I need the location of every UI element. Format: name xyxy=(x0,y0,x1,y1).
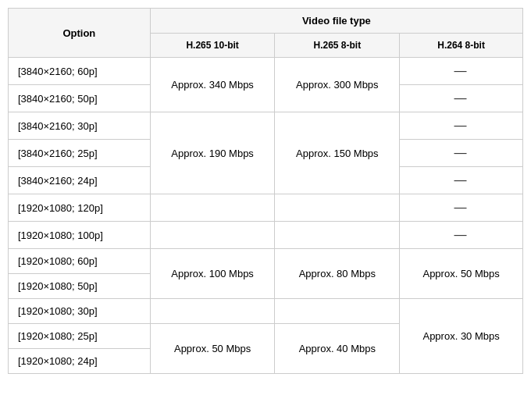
not-available-dash: — xyxy=(454,91,469,105)
not-available-dash: — xyxy=(454,64,469,77)
col-h264-8-cell: — xyxy=(400,85,523,112)
col-h265-10-cell: Approx. 50 Mbps xyxy=(150,324,275,374)
col-h265-10-cell: Approx. 100 Mbps xyxy=(150,249,275,299)
option-cell: [1920×1080; 24p] xyxy=(9,349,151,374)
not-available-dash: — xyxy=(454,146,469,159)
option-cell: [3840×2160; 30p] xyxy=(9,112,151,140)
option-cell: [1920×1080; 30p] xyxy=(9,299,151,324)
option-cell: [3840×2160; 60p] xyxy=(9,58,151,85)
col-h265-8-cell: Approx. 80 Mbps xyxy=(275,249,400,299)
not-available-dash: — xyxy=(454,201,469,214)
col-h265-8-cell: Approx. 300 Mbps xyxy=(275,58,400,112)
table-row: [1920×1080; 120p]— xyxy=(9,194,523,222)
col-h265-8-cell xyxy=(275,299,400,324)
col-h265-10-header: H.265 10-bit xyxy=(150,34,275,58)
col-h264-8-cell: — xyxy=(400,112,523,140)
col-h265-10-cell xyxy=(150,299,275,324)
option-cell: [1920×1080; 100p] xyxy=(9,222,151,249)
col-h264-8-cell: — xyxy=(400,167,523,194)
option-cell: [3840×2160; 50p] xyxy=(9,85,151,112)
col-h265-8-cell: Approx. 40 Mbps xyxy=(275,324,400,374)
option-cell: [1920×1080; 50p] xyxy=(9,274,151,299)
col-h264-8-cell: — xyxy=(400,140,523,167)
col-h264-8-cell: Approx. 50 Mbps xyxy=(400,249,523,299)
option-header: Option xyxy=(9,9,151,58)
col-h265-10-cell xyxy=(150,222,275,249)
option-cell: [3840×2160; 25p] xyxy=(9,140,151,167)
option-cell: [1920×1080; 120p] xyxy=(9,194,151,222)
option-cell: [1920×1080; 60p] xyxy=(9,249,151,274)
table-row: [1920×1080; 60p]Approx. 100 MbpsApprox. … xyxy=(9,249,523,274)
col-h264-8-cell: Approx. 30 Mbps xyxy=(400,299,523,374)
table-row: [3840×2160; 60p]Approx. 340 MbpsApprox. … xyxy=(9,58,523,85)
video-bitrate-table: Option Video file type H.265 10-bit H.26… xyxy=(8,8,523,374)
not-available-dash: — xyxy=(454,228,469,241)
table-row: [1920×1080; 30p]Approx. 30 Mbps xyxy=(9,299,523,324)
option-cell: [1920×1080; 25p] xyxy=(9,324,151,349)
col-h264-8-cell: — xyxy=(400,194,523,222)
option-cell: [3840×2160; 24p] xyxy=(9,167,151,194)
col-h264-8-header: H.264 8-bit xyxy=(400,34,523,58)
video-file-type-header: Video file type xyxy=(150,9,522,34)
col-h265-8-cell xyxy=(275,194,400,222)
col-h265-10-cell xyxy=(150,194,275,222)
col-h265-8-cell xyxy=(275,222,400,249)
table-row: [3840×2160; 30p]Approx. 190 MbpsApprox. … xyxy=(9,112,523,140)
col-h264-8-cell: — xyxy=(400,58,523,85)
not-available-dash: — xyxy=(454,119,469,132)
table-row: [1920×1080; 100p]— xyxy=(9,222,523,249)
col-h264-8-cell: — xyxy=(400,222,523,249)
col-h265-10-cell: Approx. 340 Mbps xyxy=(150,58,275,112)
col-h265-8-cell: Approx. 150 Mbps xyxy=(275,112,400,194)
col-h265-10-cell: Approx. 190 Mbps xyxy=(150,112,275,194)
not-available-dash: — xyxy=(454,173,469,187)
col-h265-8-header: H.265 8-bit xyxy=(275,34,400,58)
